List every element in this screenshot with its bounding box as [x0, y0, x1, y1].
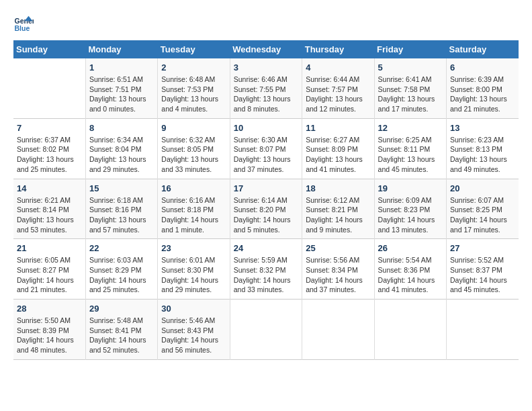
day-info: Sunrise: 6:03 AM Sunset: 8:29 PM Dayligh…: [89, 255, 154, 295]
calendar-cell: 23Sunrise: 6:01 AM Sunset: 8:30 PM Dayli…: [158, 239, 230, 300]
week-row-4: 21Sunrise: 6:05 AM Sunset: 8:27 PM Dayli…: [13, 239, 519, 300]
calendar-cell: 8Sunrise: 6:34 AM Sunset: 8:04 PM Daylig…: [85, 118, 157, 179]
calendar-cell: 27Sunrise: 5:52 AM Sunset: 8:37 PM Dayli…: [447, 239, 519, 300]
day-number: 3: [234, 62, 298, 73]
day-number: 21: [17, 243, 82, 253]
calendar-cell: 5Sunrise: 6:41 AM Sunset: 7:58 PM Daylig…: [374, 58, 446, 118]
calendar-cell: 21Sunrise: 6:05 AM Sunset: 8:27 PM Dayli…: [13, 239, 85, 300]
calendar-cell: 11Sunrise: 6:27 AM Sunset: 8:09 PM Dayli…: [302, 118, 374, 179]
day-number: 2: [161, 62, 226, 73]
day-info: Sunrise: 6:12 AM Sunset: 8:21 PM Dayligh…: [306, 195, 370, 235]
day-info: Sunrise: 6:44 AM Sunset: 7:57 PM Dayligh…: [306, 75, 370, 114]
day-number: 7: [17, 123, 82, 133]
day-info: Sunrise: 5:46 AM Sunset: 8:43 PM Dayligh…: [161, 316, 226, 355]
calendar-cell: [374, 300, 446, 360]
day-info: Sunrise: 5:50 AM Sunset: 8:39 PM Dayligh…: [17, 316, 82, 355]
logo: General Blue: [13, 13, 36, 34]
day-number: 16: [161, 183, 226, 193]
day-number: 20: [450, 183, 515, 193]
day-number: 22: [89, 243, 154, 253]
day-info: Sunrise: 6:25 AM Sunset: 8:11 PM Dayligh…: [378, 135, 443, 175]
day-number: 23: [161, 243, 226, 253]
calendar-cell: 9Sunrise: 6:32 AM Sunset: 8:05 PM Daylig…: [158, 118, 230, 179]
weekday-header-saturday: Saturday: [447, 40, 519, 58]
day-info: Sunrise: 6:41 AM Sunset: 7:58 PM Dayligh…: [378, 75, 443, 114]
weekday-header-thursday: Thursday: [302, 40, 374, 58]
week-row-5: 28Sunrise: 5:50 AM Sunset: 8:39 PM Dayli…: [13, 300, 519, 360]
week-row-2: 7Sunrise: 6:37 AM Sunset: 8:02 PM Daylig…: [13, 118, 519, 179]
calendar-cell: 4Sunrise: 6:44 AM Sunset: 7:57 PM Daylig…: [302, 58, 374, 118]
day-info: Sunrise: 5:56 AM Sunset: 8:34 PM Dayligh…: [306, 255, 370, 295]
weekday-header-friday: Friday: [374, 40, 446, 58]
calendar-cell: 18Sunrise: 6:12 AM Sunset: 8:21 PM Dayli…: [302, 179, 374, 239]
day-number: 5: [378, 62, 443, 73]
weekday-header-monday: Monday: [85, 40, 157, 58]
weekday-header-wednesday: Wednesday: [230, 40, 302, 58]
calendar-cell: 10Sunrise: 6:30 AM Sunset: 8:07 PM Dayli…: [230, 118, 302, 179]
day-info: Sunrise: 5:59 AM Sunset: 8:32 PM Dayligh…: [234, 255, 298, 295]
calendar-cell: 2Sunrise: 6:48 AM Sunset: 7:53 PM Daylig…: [158, 58, 230, 118]
day-number: 9: [161, 123, 226, 133]
day-info: Sunrise: 6:39 AM Sunset: 8:00 PM Dayligh…: [450, 75, 515, 114]
day-info: Sunrise: 6:01 AM Sunset: 8:30 PM Dayligh…: [161, 255, 226, 295]
day-number: 25: [306, 243, 370, 253]
day-info: Sunrise: 6:05 AM Sunset: 8:27 PM Dayligh…: [17, 255, 82, 295]
day-number: 17: [234, 183, 298, 193]
calendar-cell: [447, 300, 519, 360]
calendar-cell: 30Sunrise: 5:46 AM Sunset: 8:43 PM Dayli…: [158, 300, 230, 360]
day-info: Sunrise: 5:52 AM Sunset: 8:37 PM Dayligh…: [450, 255, 515, 295]
calendar-cell: 1Sunrise: 6:51 AM Sunset: 7:51 PM Daylig…: [85, 58, 157, 118]
calendar-cell: 26Sunrise: 5:54 AM Sunset: 8:36 PM Dayli…: [374, 239, 446, 300]
calendar-cell: 20Sunrise: 6:07 AM Sunset: 8:25 PM Dayli…: [447, 179, 519, 239]
calendar-cell: [230, 300, 302, 360]
day-number: 11: [306, 123, 370, 133]
day-number: 26: [378, 243, 443, 253]
day-info: Sunrise: 5:54 AM Sunset: 8:36 PM Dayligh…: [378, 255, 443, 295]
day-info: Sunrise: 6:14 AM Sunset: 8:20 PM Dayligh…: [234, 195, 298, 235]
day-info: Sunrise: 6:18 AM Sunset: 8:16 PM Dayligh…: [89, 195, 154, 235]
calendar-cell: 3Sunrise: 6:46 AM Sunset: 7:55 PM Daylig…: [230, 58, 302, 118]
day-info: Sunrise: 6:09 AM Sunset: 8:23 PM Dayligh…: [378, 195, 443, 235]
day-number: 1: [89, 62, 154, 73]
calendar-cell: 22Sunrise: 6:03 AM Sunset: 8:29 PM Dayli…: [85, 239, 157, 300]
weekday-header-row: SundayMondayTuesdayWednesdayThursdayFrid…: [13, 40, 519, 58]
calendar-cell: 7Sunrise: 6:37 AM Sunset: 8:02 PM Daylig…: [13, 118, 85, 179]
day-number: 14: [17, 183, 82, 193]
weekday-header-tuesday: Tuesday: [158, 40, 230, 58]
day-number: 10: [234, 123, 298, 133]
day-info: Sunrise: 6:30 AM Sunset: 8:07 PM Dayligh…: [234, 135, 298, 175]
calendar-cell: [302, 300, 374, 360]
week-row-1: 1Sunrise: 6:51 AM Sunset: 7:51 PM Daylig…: [13, 58, 519, 118]
day-info: Sunrise: 6:07 AM Sunset: 8:25 PM Dayligh…: [450, 195, 515, 235]
calendar-table: SundayMondayTuesdayWednesdayThursdayFrid…: [13, 40, 519, 360]
day-number: 28: [17, 304, 82, 314]
svg-text:Blue: Blue: [15, 24, 30, 32]
calendar-cell: 28Sunrise: 5:50 AM Sunset: 8:39 PM Dayli…: [13, 300, 85, 360]
day-number: 8: [89, 123, 154, 133]
day-number: 29: [89, 304, 154, 314]
calendar-cell: 15Sunrise: 6:18 AM Sunset: 8:16 PM Dayli…: [85, 179, 157, 239]
calendar-cell: 25Sunrise: 5:56 AM Sunset: 8:34 PM Dayli…: [302, 239, 374, 300]
day-info: Sunrise: 6:32 AM Sunset: 8:05 PM Dayligh…: [161, 135, 226, 175]
day-number: 19: [378, 183, 443, 193]
day-info: Sunrise: 6:34 AM Sunset: 8:04 PM Dayligh…: [89, 135, 154, 175]
calendar-cell: 14Sunrise: 6:21 AM Sunset: 8:14 PM Dayli…: [13, 179, 85, 239]
day-number: 4: [306, 62, 370, 73]
calendar-cell: 19Sunrise: 6:09 AM Sunset: 8:23 PM Dayli…: [374, 179, 446, 239]
day-number: 13: [450, 123, 515, 133]
day-info: Sunrise: 6:46 AM Sunset: 7:55 PM Dayligh…: [234, 75, 298, 114]
calendar-cell: 6Sunrise: 6:39 AM Sunset: 8:00 PM Daylig…: [447, 58, 519, 118]
day-info: Sunrise: 6:21 AM Sunset: 8:14 PM Dayligh…: [17, 195, 82, 235]
day-number: 27: [450, 243, 515, 253]
calendar-cell: 16Sunrise: 6:16 AM Sunset: 8:18 PM Dayli…: [158, 179, 230, 239]
day-info: Sunrise: 6:51 AM Sunset: 7:51 PM Dayligh…: [89, 75, 154, 114]
weekday-header-sunday: Sunday: [13, 40, 85, 58]
calendar-cell: 24Sunrise: 5:59 AM Sunset: 8:32 PM Dayli…: [230, 239, 302, 300]
calendar-cell: 12Sunrise: 6:25 AM Sunset: 8:11 PM Dayli…: [374, 118, 446, 179]
header: General Blue: [13, 13, 519, 34]
day-info: Sunrise: 6:16 AM Sunset: 8:18 PM Dayligh…: [161, 195, 226, 235]
day-number: 15: [89, 183, 154, 193]
day-number: 6: [450, 62, 515, 73]
calendar-cell: 29Sunrise: 5:48 AM Sunset: 8:41 PM Dayli…: [85, 300, 157, 360]
day-info: Sunrise: 5:48 AM Sunset: 8:41 PM Dayligh…: [89, 316, 154, 355]
